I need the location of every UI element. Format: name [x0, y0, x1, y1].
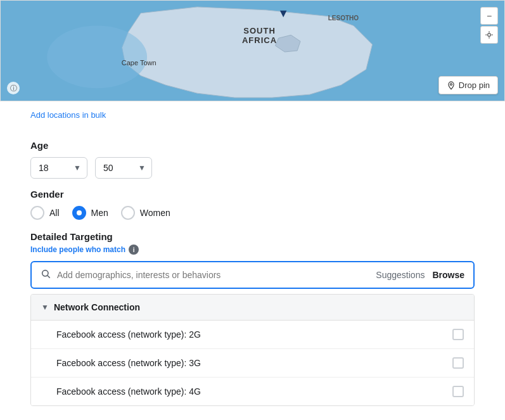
- add-locations-link[interactable]: Add locations in bulk: [30, 110, 106, 120]
- detailed-targeting-header: Detailed Targeting: [30, 231, 475, 242]
- network-row-3g-label: Facebook access (network type): 3G: [56, 358, 201, 368]
- drop-pin-label: Drop pin: [459, 80, 490, 90]
- age-max-wrapper: 18 21 25 30 35 40 45 50 55 65 ▼: [95, 157, 152, 179]
- svg-point-10: [42, 270, 48, 276]
- gender-women-option[interactable]: Women: [121, 206, 170, 220]
- targeting-search-input[interactable]: [57, 270, 369, 280]
- svg-point-4: [488, 34, 491, 37]
- search-icon: [41, 269, 51, 281]
- network-row-2g: Facebook access (network type): 2G: [31, 321, 474, 349]
- main-content: Add locations in bulk Age 18 21 25 30 35…: [0, 101, 505, 419]
- map-marker-icon: ▼: [278, 7, 289, 20]
- network-row-3g: Facebook access (network type): 3G: [31, 349, 474, 378]
- gender-men-radio[interactable]: [72, 206, 86, 220]
- network-title: Network Connection: [54, 302, 140, 312]
- gender-men-label: Men: [91, 208, 108, 218]
- page-container: SOUTHAFRICA LESOTHO Cape Town ▼ − ⓘ: [0, 0, 505, 420]
- targeting-subtitle-text: Include people who match: [30, 245, 125, 254]
- gender-women-label: Women: [140, 208, 170, 218]
- gender-section: Gender All Men Women: [30, 189, 475, 220]
- map-container: SOUTHAFRICA LESOTHO Cape Town ▼ − ⓘ: [0, 0, 505, 101]
- map-location-button[interactable]: [480, 26, 498, 44]
- age-min-select[interactable]: 18 21 25 30 35 40 45 50 55 65: [30, 157, 87, 179]
- map-info-icon[interactable]: ⓘ: [7, 82, 20, 94]
- network-connection-table: ▼ Network Connection Facebook access (ne…: [30, 294, 475, 406]
- network-row-2g-checkbox[interactable]: [452, 329, 464, 340]
- network-row-3g-checkbox[interactable]: [452, 357, 464, 369]
- age-section: Age 18 21 25 30 35 40 45 50 55 65: [30, 140, 475, 179]
- map-controls: −: [480, 7, 498, 44]
- svg-line-11: [48, 276, 50, 278]
- age-min-wrapper: 18 21 25 30 35 40 45 50 55 65 ▼: [30, 157, 87, 179]
- gender-women-radio[interactable]: [121, 206, 135, 220]
- gender-all-option[interactable]: All: [30, 206, 60, 220]
- network-row-2g-label: Facebook access (network type): 2G: [56, 329, 201, 340]
- gender-all-radio[interactable]: [30, 206, 44, 220]
- gender-men-option[interactable]: Men: [72, 206, 108, 220]
- browse-button[interactable]: Browse: [432, 270, 464, 280]
- map-zoom-out-button[interactable]: −: [480, 7, 498, 25]
- collapse-icon[interactable]: ▼: [41, 303, 49, 312]
- targeting-info-icon[interactable]: i: [129, 245, 139, 255]
- targeting-search-box[interactable]: Suggestions Browse: [30, 261, 475, 289]
- svg-point-9: [450, 83, 452, 85]
- detailed-targeting-section: Detailed Targeting Include people who ma…: [30, 231, 475, 289]
- gender-options: All Men Women: [30, 206, 475, 220]
- drop-pin-button[interactable]: Drop pin: [438, 76, 498, 94]
- network-row-4g: Facebook access (network type): 4G: [31, 378, 474, 405]
- gender-all-label: All: [49, 208, 60, 218]
- svg-point-3: [47, 26, 147, 89]
- gender-label: Gender: [30, 189, 475, 200]
- age-selects: 18 21 25 30 35 40 45 50 55 65 ▼: [30, 157, 475, 179]
- network-row-4g-checkbox[interactable]: [452, 386, 464, 397]
- targeting-subtitle: Include people who match i: [30, 245, 475, 255]
- network-header: ▼ Network Connection: [31, 295, 474, 321]
- search-actions: Suggestions Browse: [376, 270, 464, 280]
- age-label: Age: [30, 140, 475, 151]
- pin-icon: [447, 81, 456, 90]
- suggestions-label: Suggestions: [376, 270, 425, 280]
- age-max-select[interactable]: 18 21 25 30 35 40 45 50 55 65: [95, 157, 152, 179]
- network-row-4g-label: Facebook access (network type): 4G: [56, 386, 201, 397]
